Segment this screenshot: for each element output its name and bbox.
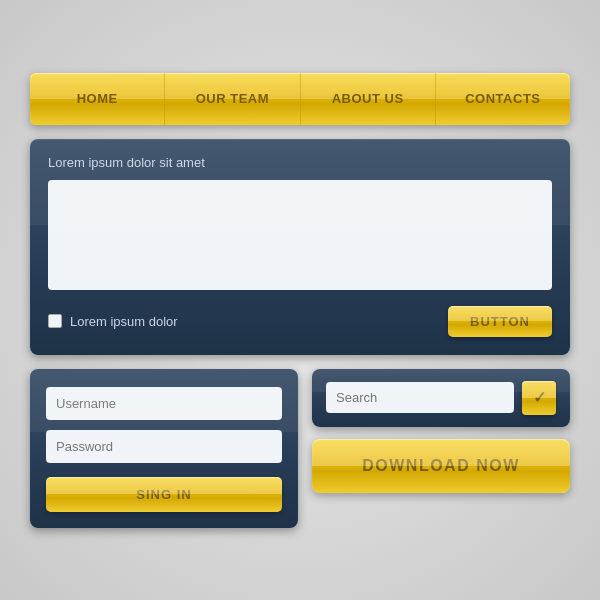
checkbox[interactable] (48, 314, 62, 328)
form-textarea[interactable] (48, 180, 552, 290)
form-button[interactable]: BUTTON (448, 306, 552, 337)
page-wrapper: HOME OUR TEAM ABOUT US CONTACTS Lorem ip… (30, 73, 570, 528)
search-button[interactable]: ✓ (522, 381, 556, 415)
search-input[interactable] (326, 382, 514, 413)
nav-item-contacts[interactable]: CONTACTS (436, 73, 570, 125)
nav-label-contacts: CONTACTS (465, 91, 540, 106)
right-panel: ✓ DOWNLOAD NOW (312, 369, 570, 528)
nav-label-home: HOME (77, 91, 118, 106)
nav-item-our-team[interactable]: OUR TEAM (165, 73, 300, 125)
checkmark-icon: ✓ (533, 388, 546, 407)
nav-label-our-team: OUR TEAM (196, 91, 269, 106)
checkbox-label: Lorem ipsum dolor (70, 314, 178, 329)
download-button[interactable]: DOWNLOAD NOW (312, 439, 570, 493)
nav-item-about-us[interactable]: ABOUT US (301, 73, 436, 125)
password-input[interactable] (46, 430, 282, 463)
form-panel-footer: Lorem ipsum dolor BUTTON (48, 306, 552, 337)
login-panel: SING IN (30, 369, 298, 528)
nav-item-home[interactable]: HOME (30, 73, 165, 125)
form-panel-label: Lorem ipsum dolor sit amet (48, 155, 552, 170)
signin-button[interactable]: SING IN (46, 477, 282, 512)
bottom-row: SING IN ✓ DOWNLOAD NOW (30, 369, 570, 528)
checkbox-area: Lorem ipsum dolor (48, 314, 178, 329)
search-panel: ✓ (312, 369, 570, 427)
username-input[interactable] (46, 387, 282, 420)
form-panel: Lorem ipsum dolor sit amet Lorem ipsum d… (30, 139, 570, 355)
nav-label-about-us: ABOUT US (332, 91, 404, 106)
nav-bar: HOME OUR TEAM ABOUT US CONTACTS (30, 73, 570, 125)
